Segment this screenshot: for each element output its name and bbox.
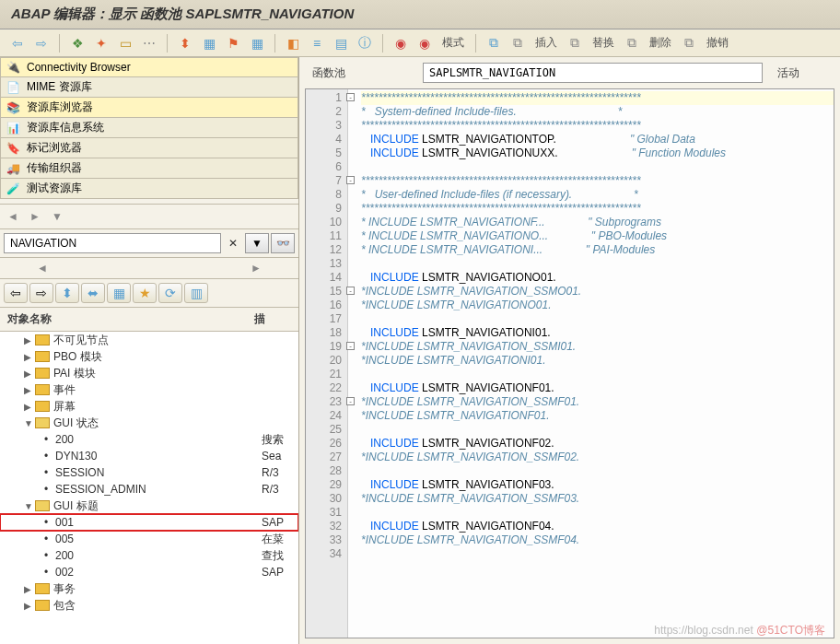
mt7-icon[interactable]: ⟳ — [158, 283, 182, 303]
search-dropdown[interactable]: ▼ — [245, 233, 269, 253]
nav-prev-icon[interactable]: ◄ — [4, 208, 22, 225]
object-tree[interactable]: ▶不可见节点▶PBO 模块▶PAI 模块▶事件▶屏幕▼GUI 状态•200搜索•… — [0, 332, 298, 644]
code-editor[interactable]: 1-234567-89101112131415-16171819-2021222… — [305, 88, 834, 638]
code-line[interactable]: INCLUDE LSMTR_NAVIGATIONF01. — [361, 381, 834, 395]
expand-icon[interactable]: ▼ — [24, 501, 35, 511]
code-line[interactable] — [361, 312, 834, 326]
code-line[interactable]: * INCLUDE LSMTR_NAVIGATIONF... " Subprog… — [361, 216, 834, 229]
expand-icon[interactable]: ▶ — [24, 402, 35, 412]
code-line[interactable]: * INCLUDE LSMTR_NAVIGATIONO... " PBO-Mod… — [361, 229, 834, 243]
code-line[interactable]: *INCLUDE LSMTR_NAVIGATION_SSMF04. — [361, 533, 834, 547]
code-line[interactable]: ****************************************… — [361, 174, 834, 188]
search-input[interactable] — [4, 233, 221, 253]
code-line[interactable]: *INCLUDE LSMTR_NAVIGATION_SSMF03. — [361, 492, 834, 506]
t3-icon[interactable]: ◧ — [283, 33, 303, 53]
mt2-icon[interactable]: ⇨ — [29, 283, 53, 303]
t8-icon[interactable]: ◉ — [414, 33, 435, 53]
tree-folder[interactable]: ▼GUI 标题 — [0, 498, 298, 514]
pretty-icon[interactable]: ⬍ — [175, 33, 195, 53]
tree-leaf[interactable]: •200查找 — [0, 547, 298, 564]
code-line[interactable]: INCLUDE LSMTR_NAVIGATIONO01. — [361, 271, 834, 285]
browser-item[interactable]: 📊资源库信息系统 — [0, 118, 298, 138]
expand-icon[interactable]: ▶ — [24, 601, 35, 611]
code-line[interactable]: INCLUDE LSMTR_NAVIGATIONI01. — [361, 326, 834, 340]
mt8-icon[interactable]: ▥ — [184, 283, 208, 303]
expand-icon[interactable]: ▶ — [24, 369, 35, 379]
tree-leaf[interactable]: •SESSIONR/3 — [0, 464, 298, 481]
code-line[interactable] — [361, 464, 834, 478]
activate-icon[interactable]: ✦ — [91, 33, 111, 53]
browser-item[interactable]: 🚚传输组织器 — [0, 158, 298, 179]
code-line[interactable] — [361, 547, 834, 561]
tree-leaf[interactable]: •005在菜 — [0, 531, 298, 547]
t11-icon[interactable]: ⧉ — [565, 33, 585, 53]
code-line[interactable]: INCLUDE LSMTR_NAVIGATIONF03. — [361, 478, 834, 492]
tree-folder[interactable]: ▼GUI 状态 — [0, 415, 298, 431]
code-line[interactable]: *INCLUDE LSMTR_NAVIGATIONO01. — [361, 299, 834, 312]
scroll-right-icon[interactable]: ► — [251, 262, 262, 275]
browser-item[interactable]: 🧪测试资源库 — [0, 179, 298, 199]
mt6-icon[interactable]: ★ — [133, 283, 157, 303]
fold-icon[interactable]: - — [346, 93, 355, 101]
browser-item[interactable]: 📄MIME 资源库 — [0, 77, 298, 98]
check-icon[interactable]: ❖ — [67, 33, 88, 53]
fold-icon[interactable]: - — [346, 397, 355, 405]
tree-folder[interactable]: ▶事务 — [0, 580, 298, 597]
tool-icon[interactable]: ⚑ — [223, 33, 243, 53]
expand-icon[interactable]: ▼ — [24, 418, 35, 428]
code-line[interactable]: * User-defined Include-files (if necessa… — [361, 188, 834, 202]
code-line[interactable] — [361, 506, 834, 520]
object-name-input[interactable] — [423, 63, 763, 83]
expand-icon[interactable]: ▶ — [24, 352, 35, 362]
browser-item[interactable]: 🔖标记浏览器 — [0, 138, 298, 158]
code-line[interactable]: ****************************************… — [361, 202, 834, 216]
tool2-icon[interactable]: ▦ — [247, 33, 267, 53]
t9-icon[interactable]: ⧉ — [484, 33, 504, 53]
tree-folder[interactable]: ▶PAI 模块 — [0, 365, 298, 381]
forward-icon[interactable]: ⇨ — [31, 33, 52, 53]
t10-icon[interactable]: ⧉ — [508, 33, 528, 53]
code-line[interactable]: ****************************************… — [361, 119, 834, 133]
code-line[interactable] — [361, 257, 834, 271]
new-icon[interactable]: ▭ — [115, 33, 135, 53]
tree-leaf[interactable]: •SESSION_ADMINR/3 — [0, 481, 298, 498]
glasses-icon[interactable]: 👓 — [271, 233, 295, 253]
tree-folder[interactable]: ▶屏幕 — [0, 398, 298, 415]
expand-icon[interactable]: ▶ — [24, 335, 35, 345]
other-icon[interactable]: ⋯ — [139, 33, 159, 53]
code-line[interactable]: *INCLUDE LSMTR_NAVIGATION_SSMO01. — [361, 285, 834, 299]
tree-folder[interactable]: ▶包含 — [0, 597, 298, 614]
tree-folder[interactable]: ▶事件 — [0, 381, 298, 398]
clear-icon[interactable]: ✕ — [223, 237, 243, 250]
t4-icon[interactable]: ≡ — [307, 33, 327, 53]
code-line[interactable] — [361, 368, 834, 381]
code-line[interactable] — [361, 423, 834, 437]
t13-icon[interactable]: ⧉ — [679, 33, 699, 53]
mt1-icon[interactable]: ⇦ — [4, 283, 28, 303]
tree-leaf[interactable]: •001SAP — [0, 514, 298, 531]
code-area[interactable]: ****************************************… — [348, 89, 834, 638]
code-line[interactable]: *INCLUDE LSMTR_NAVIGATIONF01. — [361, 409, 834, 423]
code-line[interactable]: INCLUDE LSMTR_NAVIGATIONF02. — [361, 437, 834, 451]
code-line[interactable]: INCLUDE LSMTR_NAVIGATIONF04. — [361, 520, 834, 533]
code-line[interactable]: *INCLUDE LSMTR_NAVIGATION_SSMF01. — [361, 395, 834, 409]
nav-next-icon[interactable]: ► — [26, 208, 44, 225]
tree-leaf[interactable]: •002SAP — [0, 564, 298, 580]
code-line[interactable] — [361, 160, 834, 174]
t7-icon[interactable]: ◉ — [391, 33, 411, 53]
code-line[interactable]: INCLUDE LSMTR_NAVIGATIONUXX. " Function … — [361, 146, 834, 160]
code-line[interactable]: * System-defined Include-files. * — [361, 105, 834, 119]
tree-folder[interactable]: ▶不可见节点 — [0, 332, 298, 348]
code-line[interactable]: ****************************************… — [361, 91, 834, 105]
fold-icon[interactable]: - — [346, 287, 355, 295]
mt4-icon[interactable]: ⬌ — [81, 283, 105, 303]
t6-icon[interactable]: ⓘ — [355, 33, 375, 53]
fold-icon[interactable]: - — [346, 342, 355, 350]
mt5-icon[interactable]: ▦ — [107, 283, 131, 303]
code-line[interactable]: *INCLUDE LSMTR_NAVIGATIONI01. — [361, 354, 834, 368]
back-icon[interactable]: ⇦ — [7, 33, 28, 53]
expand-icon[interactable]: ▶ — [24, 584, 35, 594]
tree-folder[interactable]: ▶PBO 模块 — [0, 348, 298, 365]
t12-icon[interactable]: ⧉ — [622, 33, 642, 53]
mt3-icon[interactable]: ⬍ — [55, 283, 79, 303]
